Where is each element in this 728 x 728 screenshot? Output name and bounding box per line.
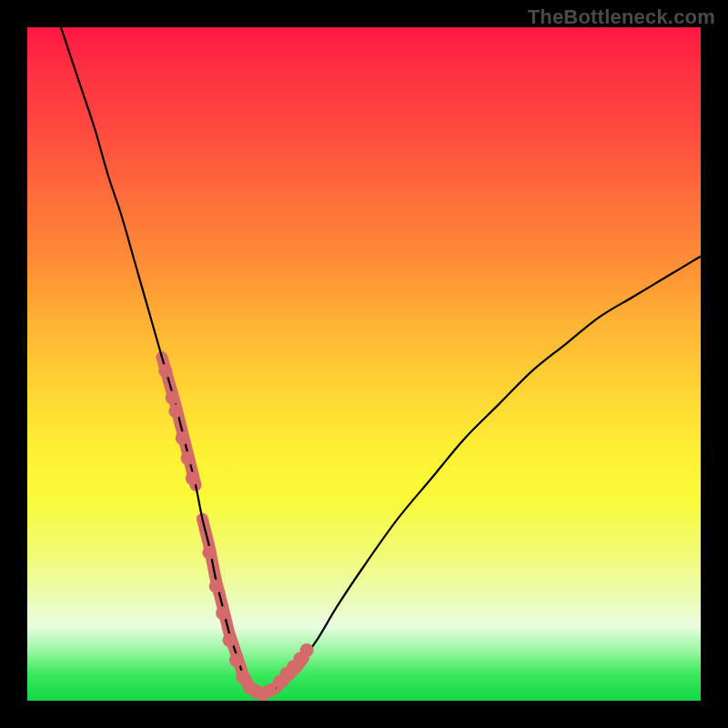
highlight-dot	[209, 580, 223, 593]
watermark-text: TheBottleneck.com	[528, 5, 715, 29]
highlight-dot	[166, 391, 179, 405]
highlight-dot	[186, 471, 199, 485]
highlight-dot	[223, 633, 237, 647]
highlight-dot	[300, 643, 314, 657]
highlight-dot	[158, 364, 172, 378]
highlight-dot	[168, 404, 182, 418]
highlight-dot	[229, 653, 243, 667]
plot-area	[27, 27, 701, 701]
chart-frame: TheBottleneck.com	[0, 0, 728, 728]
highlight-dot	[216, 606, 229, 620]
curve-layer	[27, 27, 701, 701]
highlight-dot	[176, 431, 189, 445]
highlight-dot	[181, 451, 195, 465]
highlight-dot	[202, 546, 216, 560]
